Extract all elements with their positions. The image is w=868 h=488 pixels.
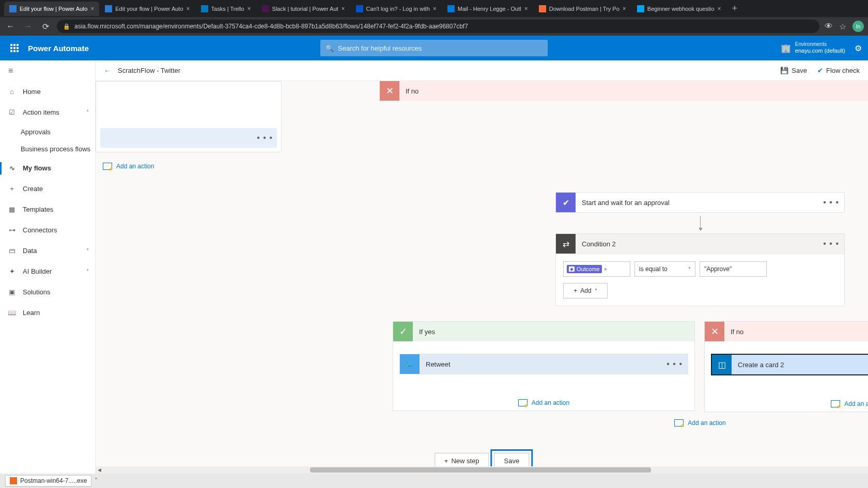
favicon	[539, 5, 546, 12]
nav-templates[interactable]: ▦Templates	[0, 199, 95, 220]
approval-action-card[interactable]: ✔ Start and wait for an approval • • •	[555, 192, 845, 213]
twitter-icon: 🐦	[400, 354, 420, 374]
nav-create[interactable]: +Create	[0, 179, 95, 199]
horizontal-scrollbar[interactable]: ◀	[96, 466, 868, 474]
reload-button[interactable]: ⟳	[39, 20, 52, 33]
browser-tab[interactable]: Download Postman | Try Po ×	[534, 2, 631, 16]
more-icon[interactable]: • • •	[818, 198, 844, 207]
new-tab-button[interactable]: +	[727, 3, 743, 14]
collapse-nav-button[interactable]: ≡	[0, 60, 95, 81]
browser-tab[interactable]: Beginner webhook questio ×	[632, 2, 726, 16]
browser-tab[interactable]: Edit your flow | Power Auto ×	[100, 2, 195, 16]
chevron-up-icon[interactable]: ˄	[95, 477, 98, 484]
add-action-button[interactable]: Add an action	[518, 399, 569, 406]
save-button[interactable]: 💾Save	[780, 67, 807, 74]
condition-card[interactable]: ⇄ Condition 2 • • • ◆ Outcome ×	[555, 233, 845, 306]
more-icon[interactable]: • • •	[818, 239, 844, 248]
nav-label: Approvals	[21, 128, 51, 136]
back-button[interactable]: ←	[104, 67, 111, 74]
nav-data[interactable]: 🗃Data˅	[0, 241, 95, 261]
nav-label: AI Builder	[23, 267, 52, 275]
browser-tab-strip: Edit your flow | Power Auto × Edit your …	[0, 0, 868, 17]
selected-action-placeholder[interactable]: • • •	[100, 128, 277, 148]
add-action-button[interactable]: Add an action	[96, 152, 282, 180]
browser-tab[interactable]: Edit your flow | Power Auto ×	[4, 2, 99, 16]
more-icon[interactable]: • • •	[257, 134, 273, 142]
add-action-label: Add an action	[532, 399, 569, 406]
condition-operator-select[interactable]: is equal to ˅	[634, 261, 695, 277]
nav-my-flows[interactable]: ∿My flows	[0, 158, 95, 179]
browser-tab[interactable]: Slack | tutorial | Power Aut ×	[257, 2, 350, 16]
scroll-left-arrow[interactable]: ◀	[96, 466, 103, 474]
forward-button[interactable]: →	[22, 20, 34, 33]
browser-tab[interactable]: Tasks | Trello ×	[196, 2, 256, 16]
check-icon: ✔	[817, 67, 823, 74]
nav-action-items[interactable]: ☑Action items˄	[0, 102, 95, 122]
nav-learn[interactable]: 📖Learn	[0, 303, 95, 323]
more-icon[interactable]: • • •	[661, 359, 688, 369]
close-icon[interactable]: ×	[90, 5, 94, 12]
close-icon[interactable]: ×	[524, 5, 528, 12]
flow-checker-button[interactable]: ✔Flow check	[817, 67, 860, 74]
environment-picker[interactable]: Environments enayu.com (default)	[795, 41, 845, 54]
scroll-thumb[interactable]	[310, 467, 651, 473]
download-filename: Postman-win64-7.....exe	[20, 477, 87, 484]
designer-surface[interactable]: • • • Add an action ✕ If no	[96, 81, 868, 474]
solutions-icon: ▣	[7, 288, 17, 296]
retweet-action-card[interactable]: 🐦 Retweet • • •	[399, 354, 688, 374]
close-icon[interactable]: ×	[718, 5, 721, 12]
environment-icon[interactable]: 🏢	[781, 43, 791, 53]
profile-avatar[interactable]: In	[853, 21, 864, 32]
favicon	[447, 5, 455, 12]
if-no-branch: ✕ If no ◫ Create a card 2 Add an action	[704, 321, 868, 412]
nav-ai-builder[interactable]: ✦AI Builder˅	[0, 261, 95, 282]
browser-tab[interactable]: Can't log in? - Log in with ×	[351, 2, 442, 16]
nav-label: Solutions	[23, 288, 50, 296]
create-card-action-card[interactable]: ◫ Create a card 2	[711, 354, 868, 375]
branch-title: If yes	[413, 328, 435, 336]
nav-bpf[interactable]: Business process flows	[0, 141, 95, 158]
back-button[interactable]: ←	[4, 20, 17, 33]
if-yes-header[interactable]: ✓ If yes	[393, 322, 694, 341]
star-icon[interactable]: ☆	[839, 22, 846, 32]
chevron-up-icon: ˄	[86, 109, 89, 115]
search-input[interactable]	[338, 44, 542, 52]
operator-label: is equal to	[639, 265, 668, 273]
gear-icon[interactable]: ⚙	[855, 43, 862, 53]
flow-name[interactable]: ScratchFlow - Twitter	[118, 67, 180, 74]
close-icon[interactable]: ×	[187, 5, 190, 12]
connector-arrow	[700, 216, 701, 230]
eye-off-icon[interactable]: 👁	[825, 22, 833, 31]
save-label: Save	[792, 67, 807, 74]
add-action-button[interactable]: Add an action	[831, 400, 868, 407]
add-action-button[interactable]: Add an action	[555, 419, 845, 427]
nav-approvals[interactable]: Approvals	[0, 122, 95, 141]
search-box[interactable]: 🔍	[320, 40, 548, 56]
env-label: Environments	[795, 41, 845, 48]
app-launcher-icon[interactable]	[6, 40, 23, 56]
condition-left-operand[interactable]: ◆ Outcome ×	[563, 261, 630, 277]
if-no-branch-header[interactable]: ✕ If no	[380, 81, 868, 101]
nav-connectors[interactable]: ⊶Connectors	[0, 220, 95, 241]
add-action-label: Add an action	[116, 163, 154, 170]
download-chip[interactable]: Postman-win64-7.....exe	[5, 475, 91, 486]
condition-value-input[interactable]: "Approve"	[700, 261, 767, 277]
lock-icon: 🔒	[63, 23, 70, 30]
token-remove[interactable]: ×	[604, 266, 607, 272]
partial-branch-card[interactable]: • • •	[96, 81, 282, 152]
nav-home[interactable]: ⌂Home	[0, 81, 95, 102]
close-icon[interactable]: ×	[247, 5, 251, 12]
address-bar[interactable]: 🔒 asia.flow.microsoft.com/manage/environ…	[57, 20, 819, 33]
data-icon: 🗃	[7, 247, 17, 255]
close-icon[interactable]: ×	[342, 5, 345, 12]
search-icon: 🔍	[326, 44, 334, 52]
close-icon[interactable]: ×	[623, 5, 626, 12]
browser-tab[interactable]: Mail - Henry Legge - Outl ×	[442, 2, 533, 16]
nav-solutions[interactable]: ▣Solutions	[0, 282, 95, 303]
connector-icon: ⊶	[7, 226, 17, 234]
close-icon[interactable]: ×	[433, 5, 437, 12]
add-condition-row-button[interactable]: + Add ˅	[563, 283, 608, 298]
favicon	[201, 5, 208, 12]
dynamic-token[interactable]: ◆ Outcome	[567, 265, 602, 273]
if-no-header[interactable]: ✕ If no	[705, 322, 868, 341]
